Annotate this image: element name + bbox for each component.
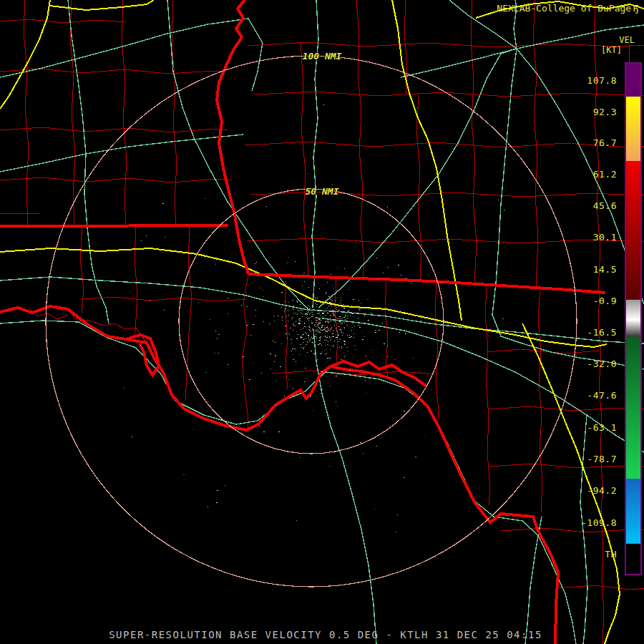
velocity-pixel [358, 318, 359, 319]
velocity-pixel [331, 299, 331, 300]
velocity-pixel [323, 330, 323, 331]
velocity-pixel [328, 318, 330, 319]
range-ring-label: 50 NMI [306, 186, 339, 197]
velocity-pixel [288, 310, 288, 311]
velocity-pixel [319, 323, 320, 324]
velocity-pixel [338, 341, 339, 342]
velocity-pixel [343, 333, 343, 333]
velocity-pixel [323, 317, 324, 318]
velocity-pixel [313, 292, 314, 293]
velocity-pixel [319, 320, 320, 321]
velocity-pixel [266, 206, 267, 207]
velocity-pixel [337, 406, 338, 407]
velocity-pixel [297, 338, 298, 339]
velocity-pixel [342, 318, 343, 319]
velocity-pixel [274, 342, 275, 343]
velocity-pixel [311, 336, 312, 337]
velocity-pixel [297, 301, 298, 302]
velocity-pixel [315, 324, 316, 325]
velocity-pixel [294, 348, 296, 349]
velocity-pixel [358, 318, 358, 318]
velocity-pixel [310, 396, 311, 396]
velocity-pixel [366, 393, 367, 394]
velocity-pixel [307, 308, 308, 308]
velocity-pixel [246, 293, 247, 293]
velocity-pixel [359, 310, 361, 311]
velocity-pixel [356, 242, 356, 243]
velocity-pixel [333, 333, 333, 333]
velocity-pixel [327, 311, 328, 311]
velocity-pixel [323, 104, 324, 105]
velocity-pixel [322, 311, 323, 311]
velocity-pixel [320, 323, 321, 324]
velocity-pixel [301, 336, 301, 337]
velocity-pixel [280, 268, 280, 269]
velocity-pixel [316, 322, 316, 323]
velocity-pixel [307, 352, 308, 353]
velocity-pixel [298, 323, 299, 324]
velocity-pixel [331, 328, 331, 329]
velocity-pixel [335, 323, 336, 323]
county-boundary-line [0, 19, 126, 23]
velocity-pixel [243, 356, 244, 357]
velocity-pixel [310, 330, 311, 331]
velocity-pixel [329, 466, 331, 467]
velocity-pixel [343, 321, 343, 321]
county-boundary-line [557, 585, 644, 590]
velocity-pixel [314, 346, 315, 346]
velocity-pixel [336, 338, 336, 338]
velocity-pixel [306, 338, 306, 339]
colorbar-tick: -63.1 [587, 422, 617, 434]
velocity-pixel [301, 309, 301, 310]
velocity-pixel [331, 346, 332, 346]
velocity-pixel [321, 329, 321, 330]
velocity-pixel [306, 298, 306, 298]
velocity-pixel [362, 251, 364, 252]
velocity-pixel [291, 339, 292, 340]
velocity-pixel [347, 316, 348, 316]
velocity-pixel [335, 321, 336, 322]
velocity-pixel [241, 376, 242, 377]
velocity-pixel [329, 336, 330, 337]
velocity-pixel [309, 327, 311, 328]
velocity-pixel [336, 313, 336, 313]
velocity-pixel [306, 311, 307, 312]
velocity-pixel [291, 343, 292, 343]
velocity-pixel [333, 311, 335, 311]
county-boundary-line [489, 406, 644, 411]
county-boundary-line [247, 238, 644, 243]
velocity-pixel [215, 264, 216, 265]
velocity-pixel [327, 313, 328, 313]
velocity-pixel [351, 336, 352, 337]
velocity-pixel [318, 331, 318, 331]
velocity-pixel [401, 275, 401, 275]
velocity-pixel [305, 313, 306, 314]
velocity-pixel [320, 312, 321, 313]
velocity-pixel [398, 265, 399, 265]
velocity-pixel [306, 313, 308, 314]
velocity-pixel [502, 318, 504, 319]
velocity-pixel [404, 313, 404, 314]
velocity-pixel [405, 278, 406, 279]
velocity-pixel [270, 369, 271, 369]
velocity-pixel [317, 324, 318, 325]
velocity-pixel [217, 338, 218, 339]
velocity-pixel [165, 237, 166, 238]
branding-logo-icon: Ҕ [633, 3, 638, 14]
county-boundary-line [242, 275, 248, 428]
velocity-pixel [334, 331, 335, 331]
velocity-pixel [325, 331, 326, 331]
velocity-pixel [342, 323, 343, 323]
velocity-pixel [321, 352, 322, 353]
velocity-pixel [316, 306, 317, 307]
branding-text: NEXLAB-College of DuPage [497, 3, 631, 14]
velocity-pixel [301, 313, 302, 313]
velocity-pixel [369, 308, 369, 309]
velocity-pixel [303, 348, 304, 348]
velocity-pixel [387, 207, 388, 208]
velocity-pixel [318, 310, 319, 311]
velocity-pixel [307, 342, 308, 343]
velocity-pixel [382, 287, 383, 288]
velocity-pixel [293, 330, 293, 331]
velocity-pixel [368, 320, 369, 321]
